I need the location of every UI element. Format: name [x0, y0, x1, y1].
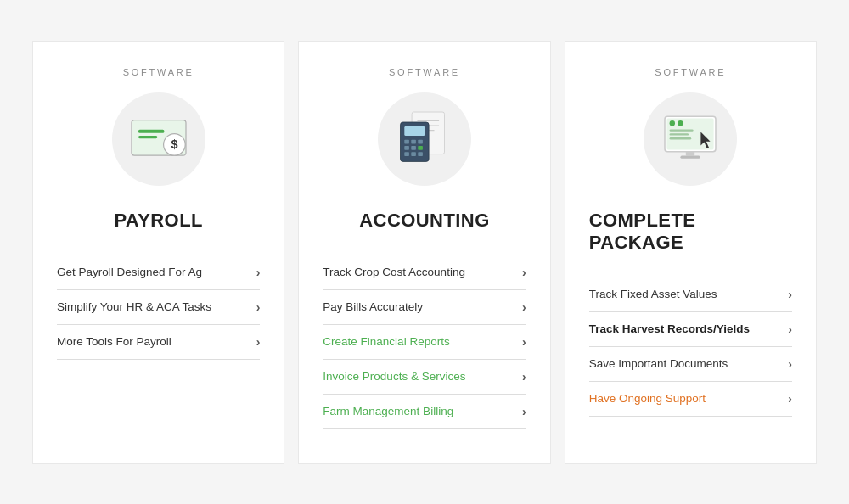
- payroll-title: PAYROLL: [114, 210, 203, 232]
- accounting-title: ACCOUNTING: [359, 210, 490, 232]
- svg-rect-10: [405, 126, 425, 135]
- svg-text:$: $: [171, 137, 177, 151]
- menu-item-track-crop[interactable]: Track Crop Cost Accounting›: [323, 255, 526, 290]
- menu-item-label-more-tools: More Tools For Payroll: [57, 335, 256, 348]
- menu-item-track-fixed[interactable]: Track Fixed Asset Values›: [589, 277, 792, 312]
- menu-item-label-farm-management: Farm Management Billing: [323, 405, 522, 417]
- payroll-icon: $: [128, 112, 189, 166]
- menu-item-label-get-payroll: Get Payroll Designed For Ag: [57, 266, 256, 278]
- accounting-software-label: SOFTWARE: [389, 67, 460, 77]
- menu-item-label-invoice-products: Invoice Products & Services: [323, 370, 522, 383]
- menu-item-label-track-crop: Track Crop Cost Accounting: [323, 266, 522, 278]
- cards-container: SOFTWARE $ PAYROLLGet Payroll Designed F…: [0, 24, 849, 481]
- svg-rect-29: [681, 155, 700, 158]
- payroll-icon-circle: $: [112, 92, 205, 186]
- arrow-icon-get-payroll: ›: [256, 266, 261, 279]
- arrow-icon-track-fixed: ›: [788, 288, 792, 301]
- svg-rect-11: [405, 139, 410, 143]
- menu-item-more-tools[interactable]: More Tools For Payroll›: [57, 325, 260, 360]
- menu-item-label-pay-bills: Pay Bills Accurately: [323, 300, 522, 313]
- svg-rect-26: [670, 137, 692, 139]
- svg-rect-1: [138, 129, 164, 132]
- svg-rect-19: [419, 152, 424, 156]
- complete-icon: [661, 113, 719, 165]
- menu-item-get-payroll[interactable]: Get Payroll Designed For Ag›: [57, 255, 260, 290]
- accounting-menu-list: Track Crop Cost Accounting›Pay Bills Acc…: [323, 255, 526, 429]
- arrow-icon-farm-management: ›: [522, 405, 526, 418]
- complete-menu-list: Track Fixed Asset Values›Track Harvest R…: [589, 277, 792, 417]
- menu-item-label-save-important: Save Important Documents: [589, 357, 789, 370]
- svg-rect-16: [419, 146, 424, 150]
- svg-rect-14: [405, 146, 410, 150]
- card-complete: SOFTWARE COMPLETE PACKAGETrack Fixed Ass…: [565, 41, 817, 464]
- arrow-icon-track-harvest: ›: [788, 322, 792, 336]
- svg-rect-17: [405, 152, 410, 156]
- arrow-icon-simplify-hr: ›: [256, 300, 261, 314]
- arrow-icon-create-financial: ›: [522, 335, 526, 349]
- payroll-software-label: SOFTWARE: [123, 67, 194, 77]
- svg-rect-28: [686, 151, 694, 155]
- complete-icon-circle: [644, 92, 737, 186]
- svg-rect-18: [412, 152, 417, 156]
- svg-point-22: [670, 120, 675, 126]
- accounting-icon: [396, 109, 452, 170]
- menu-item-label-simplify-hr: Simplify Your HR & ACA Tasks: [57, 300, 256, 313]
- svg-rect-24: [670, 129, 694, 131]
- menu-item-track-harvest[interactable]: Track Harvest Records/Yields›: [589, 312, 792, 347]
- svg-rect-13: [419, 139, 424, 143]
- menu-item-pay-bills[interactable]: Pay Bills Accurately›: [323, 290, 526, 325]
- menu-item-invoice-products[interactable]: Invoice Products & Services›: [323, 360, 526, 395]
- menu-item-label-track-fixed: Track Fixed Asset Values: [589, 288, 789, 300]
- accounting-icon-circle: [378, 92, 471, 186]
- menu-item-label-track-harvest: Track Harvest Records/Yields: [589, 322, 789, 335]
- menu-item-save-important[interactable]: Save Important Documents›: [589, 347, 792, 382]
- menu-item-create-financial[interactable]: Create Financial Reports›: [323, 325, 526, 360]
- payroll-menu-list: Get Payroll Designed For Ag›Simplify You…: [57, 255, 260, 360]
- arrow-icon-more-tools: ›: [256, 335, 261, 349]
- card-payroll: SOFTWARE $ PAYROLLGet Payroll Designed F…: [32, 41, 284, 464]
- menu-item-label-create-financial: Create Financial Reports: [323, 335, 522, 348]
- svg-point-23: [678, 120, 683, 126]
- arrow-icon-have-ongoing: ›: [788, 392, 792, 406]
- complete-title: COMPLETE PACKAGE: [589, 210, 792, 254]
- svg-rect-2: [138, 136, 157, 138]
- menu-item-simplify-hr[interactable]: Simplify Your HR & ACA Tasks›: [57, 290, 260, 325]
- menu-item-have-ongoing[interactable]: Have Ongoing Support›: [589, 382, 792, 417]
- arrow-icon-track-crop: ›: [522, 266, 526, 279]
- arrow-icon-invoice-products: ›: [522, 370, 526, 384]
- svg-rect-12: [412, 139, 417, 143]
- svg-rect-25: [670, 133, 689, 135]
- arrow-icon-save-important: ›: [788, 357, 792, 371]
- menu-item-label-have-ongoing: Have Ongoing Support: [589, 392, 789, 405]
- card-accounting: SOFTWARE ACCOUNTINGTrack Crop Cost Accou…: [298, 41, 550, 464]
- svg-rect-15: [412, 146, 417, 150]
- complete-software-label: SOFTWARE: [655, 67, 726, 77]
- menu-item-farm-management[interactable]: Farm Management Billing›: [323, 395, 526, 429]
- arrow-icon-pay-bills: ›: [522, 300, 526, 314]
